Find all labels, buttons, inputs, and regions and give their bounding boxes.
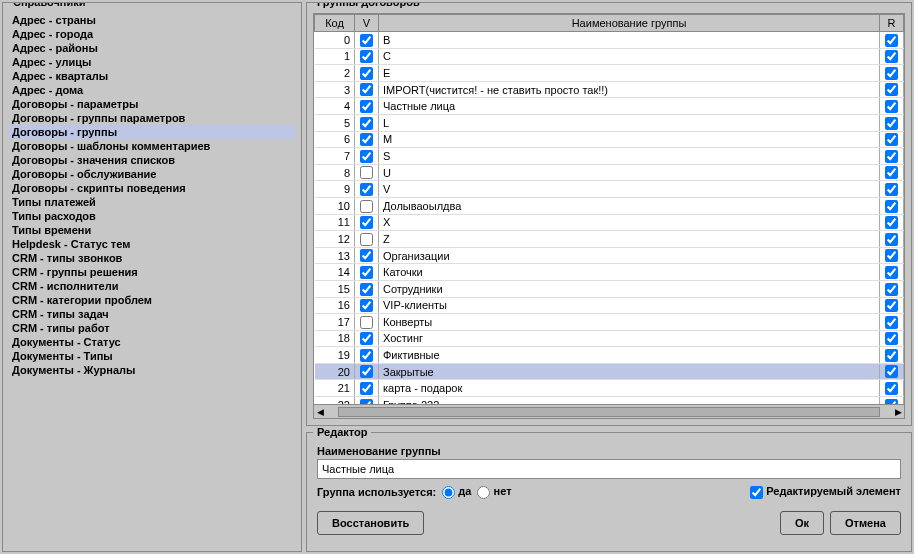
v-checkbox[interactable] bbox=[360, 133, 373, 146]
r-checkbox[interactable] bbox=[885, 299, 898, 312]
table-row[interactable]: 12Z bbox=[315, 231, 904, 248]
table-row[interactable]: 22Группа 222 bbox=[315, 397, 904, 405]
v-checkbox[interactable] bbox=[360, 183, 373, 196]
reference-item[interactable]: CRM - исполнители bbox=[9, 279, 295, 293]
reference-item[interactable]: Helpdesk - Статус тем bbox=[9, 237, 295, 251]
r-checkbox[interactable] bbox=[885, 332, 898, 345]
r-checkbox[interactable] bbox=[885, 249, 898, 262]
v-checkbox[interactable] bbox=[360, 233, 373, 246]
r-checkbox[interactable] bbox=[885, 166, 898, 179]
reference-item[interactable]: Договоры - значения списков bbox=[9, 153, 295, 167]
v-checkbox[interactable] bbox=[360, 166, 373, 179]
table-row[interactable]: 21карта - подарок bbox=[315, 380, 904, 397]
reference-item[interactable]: Типы платежей bbox=[9, 195, 295, 209]
col-header-r[interactable]: R bbox=[880, 15, 904, 32]
horizontal-scrollbar[interactable]: ◀ ▶ bbox=[313, 405, 905, 419]
table-row[interactable]: 11X bbox=[315, 214, 904, 231]
reference-item[interactable]: Адрес - улицы bbox=[9, 55, 295, 69]
col-header-code[interactable]: Код bbox=[315, 15, 355, 32]
reference-item[interactable]: CRM - категории проблем bbox=[9, 293, 295, 307]
groups-grid-wrap[interactable]: Код V Наименование группы R 0B1C2E3IMPOR… bbox=[313, 13, 905, 405]
r-checkbox[interactable] bbox=[885, 216, 898, 229]
scroll-right-icon[interactable]: ▶ bbox=[892, 407, 904, 417]
table-row[interactable]: 5L bbox=[315, 114, 904, 131]
r-checkbox[interactable] bbox=[885, 349, 898, 362]
table-row[interactable]: 8U bbox=[315, 164, 904, 181]
r-checkbox[interactable] bbox=[885, 83, 898, 96]
col-header-name[interactable]: Наименование группы bbox=[379, 15, 880, 32]
reference-item[interactable]: CRM - типы задач bbox=[9, 307, 295, 321]
r-checkbox[interactable] bbox=[885, 266, 898, 279]
v-checkbox[interactable] bbox=[360, 283, 373, 296]
v-checkbox[interactable] bbox=[360, 365, 373, 378]
table-row[interactable]: 20Закрытые bbox=[315, 363, 904, 380]
used-no-radio[interactable] bbox=[477, 486, 490, 499]
table-row[interactable]: 15Сотрудники bbox=[315, 280, 904, 297]
r-checkbox[interactable] bbox=[885, 365, 898, 378]
r-checkbox[interactable] bbox=[885, 117, 898, 130]
table-row[interactable]: 2E bbox=[315, 65, 904, 82]
v-checkbox[interactable] bbox=[360, 50, 373, 63]
r-checkbox[interactable] bbox=[885, 233, 898, 246]
r-checkbox[interactable] bbox=[885, 200, 898, 213]
table-row[interactable]: 7S bbox=[315, 148, 904, 165]
reference-item[interactable]: Договоры - шаблоны комментариев bbox=[9, 139, 295, 153]
cancel-button[interactable]: Отмена bbox=[830, 511, 901, 535]
reference-item[interactable]: Договоры - группы bbox=[9, 125, 295, 139]
reference-item[interactable]: CRM - типы работ bbox=[9, 321, 295, 335]
reference-item[interactable]: Документы - Журналы bbox=[9, 363, 295, 377]
table-row[interactable]: 14Каточки bbox=[315, 264, 904, 281]
r-checkbox[interactable] bbox=[885, 283, 898, 296]
v-checkbox[interactable] bbox=[360, 34, 373, 47]
v-checkbox[interactable] bbox=[360, 150, 373, 163]
r-checkbox[interactable] bbox=[885, 100, 898, 113]
v-checkbox[interactable] bbox=[360, 216, 373, 229]
used-yes-option[interactable]: да bbox=[442, 485, 471, 499]
used-no-option[interactable]: нет bbox=[477, 485, 511, 499]
name-input[interactable] bbox=[317, 459, 901, 479]
reference-item[interactable]: Договоры - параметры bbox=[9, 97, 295, 111]
r-checkbox[interactable] bbox=[885, 133, 898, 146]
reference-item[interactable]: CRM - группы решения bbox=[9, 265, 295, 279]
v-checkbox[interactable] bbox=[360, 83, 373, 96]
table-row[interactable]: 1C bbox=[315, 48, 904, 65]
reference-item[interactable]: Адрес - города bbox=[9, 27, 295, 41]
col-header-v[interactable]: V bbox=[355, 15, 379, 32]
reference-item[interactable]: Документы - Типы bbox=[9, 349, 295, 363]
reference-item[interactable]: Типы расходов bbox=[9, 209, 295, 223]
table-row[interactable]: 10Долываоылдва bbox=[315, 197, 904, 214]
r-checkbox[interactable] bbox=[885, 183, 898, 196]
table-row[interactable]: 13Организации bbox=[315, 247, 904, 264]
reference-item[interactable]: Адрес - страны bbox=[9, 13, 295, 27]
v-checkbox[interactable] bbox=[360, 100, 373, 113]
reference-item[interactable]: CRM - типы звонков bbox=[9, 251, 295, 265]
reference-item[interactable]: Адрес - районы bbox=[9, 41, 295, 55]
v-checkbox[interactable] bbox=[360, 249, 373, 262]
v-checkbox[interactable] bbox=[360, 332, 373, 345]
table-row[interactable]: 19Фиктивные bbox=[315, 347, 904, 364]
v-checkbox[interactable] bbox=[360, 299, 373, 312]
table-row[interactable]: 9V bbox=[315, 181, 904, 198]
table-row[interactable]: 4Частные лица bbox=[315, 98, 904, 115]
r-checkbox[interactable] bbox=[885, 67, 898, 80]
v-checkbox[interactable] bbox=[360, 382, 373, 395]
scroll-thumb[interactable] bbox=[338, 407, 880, 417]
reference-item[interactable]: Типы времени bbox=[9, 223, 295, 237]
editable-checkbox[interactable] bbox=[750, 486, 763, 499]
v-checkbox[interactable] bbox=[360, 67, 373, 80]
v-checkbox[interactable] bbox=[360, 117, 373, 130]
table-row[interactable]: 6M bbox=[315, 131, 904, 148]
v-checkbox[interactable] bbox=[360, 349, 373, 362]
reference-item[interactable]: Договоры - скрипты поведения bbox=[9, 181, 295, 195]
table-row[interactable]: 3IMPORT(чистится! - не ставить просто та… bbox=[315, 81, 904, 98]
r-checkbox[interactable] bbox=[885, 316, 898, 329]
v-checkbox[interactable] bbox=[360, 266, 373, 279]
reference-item[interactable]: Адрес - дома bbox=[9, 83, 295, 97]
table-row[interactable]: 18Хостинг bbox=[315, 330, 904, 347]
table-row[interactable]: 17Конверты bbox=[315, 314, 904, 331]
r-checkbox[interactable] bbox=[885, 382, 898, 395]
used-yes-radio[interactable] bbox=[442, 486, 455, 499]
v-checkbox[interactable] bbox=[360, 316, 373, 329]
r-checkbox[interactable] bbox=[885, 150, 898, 163]
editable-option[interactable]: Редактируемый элемент bbox=[750, 485, 901, 499]
